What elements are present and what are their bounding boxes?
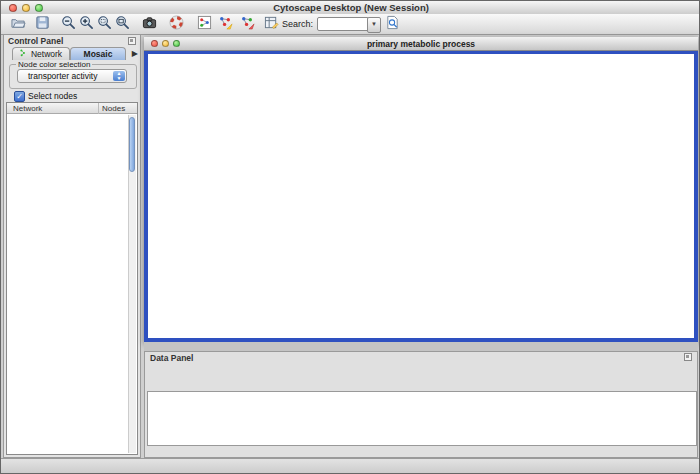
control-panel-header: Control Panel bbox=[4, 35, 140, 46]
node-color-selection-label: Node color selection bbox=[16, 60, 92, 69]
vizmapper-button[interactable] bbox=[216, 15, 234, 33]
network-view-title: primary metabolic process bbox=[144, 39, 698, 49]
node-color-selection-group: Node color selection transporter activit… bbox=[9, 64, 137, 89]
zoom-selected-button[interactable] bbox=[95, 15, 113, 33]
tab-network[interactable]: Network bbox=[12, 47, 70, 60]
zoom-out-icon bbox=[61, 15, 76, 34]
dropdown-stepper-icon: ▲▼ bbox=[113, 71, 125, 81]
tab-overflow-icon[interactable]: ▶ bbox=[132, 49, 138, 58]
snapshot-button[interactable] bbox=[140, 15, 158, 33]
network-window-titlebar[interactable]: primary metabolic process bbox=[144, 37, 698, 51]
network-canvas[interactable] bbox=[148, 54, 694, 338]
tab-mosaic[interactable]: Mosaic bbox=[70, 47, 126, 60]
network-tab-icon bbox=[20, 49, 31, 59]
status-bar bbox=[1, 458, 700, 474]
data-panel-title: Data Panel bbox=[150, 353, 193, 363]
app-titlebar: Cytoscape Desktop (New Session) bbox=[1, 1, 700, 15]
control-panel: Control Panel MosaicNetwork ▶ Node color… bbox=[3, 34, 141, 458]
select-nodes-label: Select nodes bbox=[28, 91, 77, 101]
zoom-fit-icon bbox=[115, 15, 130, 34]
tab-label: Mosaic bbox=[84, 49, 113, 59]
app-title: Cytoscape Desktop (New Session) bbox=[1, 2, 700, 13]
snapshot-icon bbox=[142, 15, 157, 34]
cytoscape-window: Cytoscape Desktop (New Session) Search: … bbox=[0, 0, 700, 474]
data-panel: Data Panel bbox=[144, 351, 698, 458]
network-frame-button[interactable] bbox=[195, 15, 213, 33]
network-frame-icon bbox=[197, 15, 212, 34]
search-input[interactable] bbox=[317, 17, 369, 31]
search-label: Search: bbox=[282, 19, 313, 29]
zoom-fit-button[interactable] bbox=[113, 15, 131, 33]
attribute-table bbox=[147, 391, 697, 446]
control-panel-title: Control Panel bbox=[8, 36, 63, 46]
data-panel-toolbar bbox=[145, 363, 697, 391]
float-panel-icon[interactable] bbox=[128, 37, 136, 45]
select-nodes-checkbox[interactable]: ✓ bbox=[14, 91, 25, 102]
help-ring-button[interactable] bbox=[167, 15, 185, 33]
tree-scrollbar-thumb[interactable] bbox=[129, 117, 135, 172]
vizmapper-icon bbox=[218, 15, 233, 34]
open-folder-button[interactable] bbox=[9, 15, 27, 33]
network-view-window: primary metabolic process bbox=[144, 37, 698, 342]
tab-label: Network bbox=[31, 49, 62, 59]
open-folder-icon bbox=[11, 15, 26, 34]
panel-edit-button[interactable] bbox=[262, 15, 280, 33]
background-windows-strip bbox=[144, 342, 698, 351]
attribute-search-button[interactable] bbox=[383, 15, 401, 33]
tree-scrollbar[interactable] bbox=[128, 115, 136, 453]
float-panel-icon[interactable] bbox=[684, 353, 692, 361]
zoom-in-icon bbox=[79, 15, 94, 34]
main-toolbar: Search: ▼ bbox=[1, 14, 700, 35]
tree-column-nodes: Nodes bbox=[102, 104, 125, 113]
network-tree-header: Network Nodes bbox=[7, 103, 137, 114]
help-ring-icon bbox=[169, 15, 184, 34]
tree-column-divider bbox=[98, 103, 99, 114]
node-color-dropdown-value: transporter activity bbox=[28, 71, 97, 81]
attribute-search-icon bbox=[385, 15, 400, 34]
node-color-dropdown[interactable]: transporter activity ▲▼ bbox=[17, 69, 127, 83]
tree-column-network: Network bbox=[13, 104, 42, 113]
zoom-selected-icon bbox=[97, 15, 112, 34]
control-panel-tabs: MosaicNetwork ▶ bbox=[6, 47, 138, 61]
vizmapper-alt-icon bbox=[240, 15, 255, 34]
zoom-in-button[interactable] bbox=[77, 15, 95, 33]
zoom-out-button[interactable] bbox=[59, 15, 77, 33]
save-button[interactable] bbox=[33, 15, 51, 33]
network-tree: Network Nodes bbox=[6, 102, 138, 455]
search-dropdown-arrow-icon[interactable]: ▼ bbox=[367, 17, 381, 33]
save-icon bbox=[35, 15, 50, 34]
vizmapper-alt-button[interactable] bbox=[238, 15, 256, 33]
panel-edit-icon bbox=[264, 15, 279, 34]
